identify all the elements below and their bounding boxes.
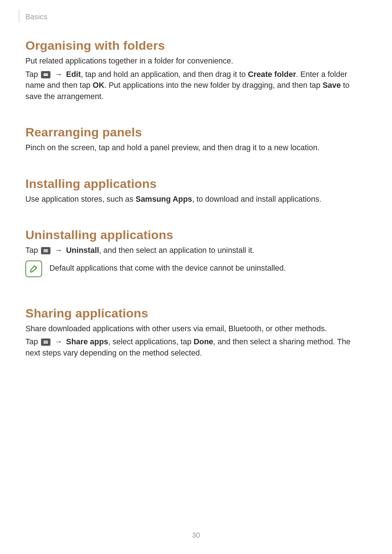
text: Tap [25,246,40,255]
text: Tap [25,70,40,79]
uninstalling-p1: Tap → Uninstall, and then select an appl… [25,245,367,256]
bold-done: Done [193,337,213,346]
bold-create-folder: Create folder [248,70,296,79]
menu-icon [41,247,50,254]
menu-icon [41,338,50,346]
note-row: Default applications that come with the … [25,260,367,277]
page-content: Organising with folders Put related appl… [25,36,367,361]
sharing-p2: Tap → Share apps, select applications, t… [25,336,367,358]
bold-share-apps: Share apps [66,337,108,346]
bold-ok: OK [93,81,104,90]
bold-save: Save [323,81,341,90]
heading-installing: Installing applications [25,177,367,191]
text: , and then select an application to unin… [99,246,254,255]
heading-rearranging: Rearranging panels [25,125,367,139]
text: , tap and hold an application, and then … [81,70,248,79]
text: , to download and install applications. [192,195,321,204]
organising-p2: Tap → Edit, tap and hold an application,… [25,69,367,102]
bold-samsung-apps: Samsung Apps [136,195,192,204]
arrow-icon: → [51,246,66,255]
installing-p1: Use application stores, such as Samsung … [25,194,367,205]
rearranging-p1: Pinch on the screen, tap and hold a pane… [25,142,367,153]
text: Use application stores, such as [25,195,136,204]
note-text: Default applications that come with the … [49,260,286,274]
bold-uninstall: Uninstall [66,246,99,255]
organising-p1: Put related applications together in a f… [25,56,367,67]
heading-sharing: Sharing applications [25,306,367,320]
text: . Put applications into the new folder b… [105,81,323,90]
sharing-p1: Share downloaded applications with other… [25,323,367,335]
arrow-icon: → [51,70,66,79]
page-number: 30 [0,531,392,539]
text: Tap [25,337,40,346]
note-icon [25,260,42,277]
text: , select applications, tap [108,337,193,346]
bold-edit: Edit [66,70,81,79]
menu-icon [41,71,50,78]
header-section-label: Basics [25,13,47,21]
heading-uninstalling: Uninstalling applications [25,228,367,242]
arrow-icon: → [51,337,66,346]
header-divider [19,9,19,23]
heading-organising: Organising with folders [25,38,367,53]
